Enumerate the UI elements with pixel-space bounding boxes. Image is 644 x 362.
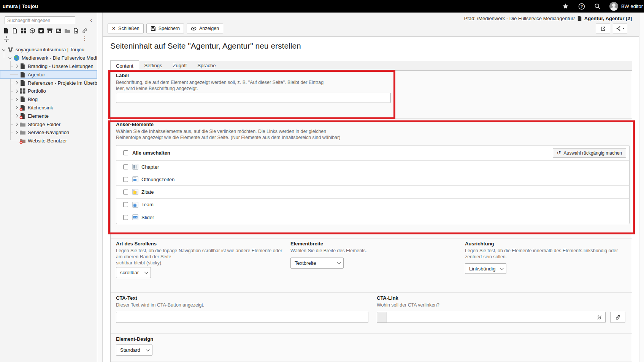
- unlink-icon: [596, 315, 602, 320]
- cta-text-input[interactable]: [116, 312, 368, 323]
- tab-content[interactable]: Content: [110, 60, 139, 71]
- page-arrow-icon[interactable]: [73, 28, 79, 34]
- tree-item-portfolio[interactable]: Portfolio: [0, 87, 97, 95]
- help-button[interactable]: ?: [577, 2, 586, 11]
- tree-item-site[interactable]: Medienwerk - Die Fullservice Mediaag: [0, 54, 97, 62]
- chevron-down-icon: [500, 266, 503, 270]
- page-hidden-icon: [19, 113, 26, 119]
- slider-element-icon: [132, 214, 138, 220]
- cta-link-input[interactable]: [387, 312, 606, 323]
- link-icon[interactable]: [82, 28, 88, 34]
- breadcrumb: Pfad: /Medienwerk - Die Fullservice Medi…: [464, 16, 632, 21]
- save-button[interactable]: Speichern: [146, 24, 184, 33]
- tree-item-elemente[interactable]: Elemente: [0, 112, 97, 120]
- external-link-icon: [600, 26, 606, 32]
- anchor-checkbox[interactable]: [123, 202, 128, 207]
- bookmark-button[interactable]: [562, 2, 570, 11]
- toggle-all-label: Alle umschalten: [132, 150, 170, 156]
- help-icon: ?: [578, 3, 585, 10]
- alignment-select[interactable]: Linksbündig: [465, 263, 506, 274]
- tree-item-storage-folder[interactable]: Storage Folder: [0, 120, 97, 128]
- alignment-desc: Legen Sie fest, ob die Elemente innerhal…: [465, 248, 618, 260]
- chevron-down-icon[interactable]: [8, 55, 13, 61]
- save-icon: [151, 26, 156, 31]
- module-content: Pfad: /Medienwerk - Die Fullservice Medi…: [103, 13, 644, 362]
- document-icon[interactable]: [12, 28, 18, 34]
- unlink-button[interactable]: [593, 312, 605, 322]
- tree-item-blog[interactable]: Blog: [0, 95, 97, 104]
- anchor-checkbox[interactable]: [123, 190, 128, 194]
- anchor-checkbox[interactable]: [123, 164, 128, 169]
- anchor-checkbox[interactable]: [123, 215, 128, 220]
- cta-link-title: CTA-Link: [377, 295, 398, 301]
- collapse-sidebar-icon[interactable]: ‹: [90, 17, 92, 24]
- search-button[interactable]: [593, 2, 602, 11]
- design-title: Element-Design: [116, 336, 153, 342]
- site-brand: umura | Toujou: [3, 3, 38, 9]
- label-input[interactable]: [116, 93, 391, 103]
- tree-search-row: ‹: [5, 16, 93, 24]
- tree-item-service-navigation[interactable]: Service-Navigation: [0, 128, 97, 137]
- folder-icon[interactable]: [64, 28, 70, 34]
- dots-menu-icon[interactable]: ⋮: [82, 35, 87, 41]
- anchor-row-chapter: Chapter: [116, 161, 629, 173]
- storefront-icon[interactable]: [47, 28, 53, 34]
- alignment-title: Ausrichtung: [465, 241, 494, 247]
- chevron-down-icon: [146, 348, 149, 351]
- tree-item-branding[interactable]: Branding - Unsere Leistungen: [0, 62, 97, 71]
- tab-settings[interactable]: Settings: [139, 60, 168, 70]
- vertical-scrollbar[interactable]: [639, 13, 644, 362]
- scrolling-select[interactable]: scrollbar: [116, 267, 151, 278]
- tab-zugriff[interactable]: Zugriff: [168, 60, 192, 70]
- tree-content-splitter[interactable]: [98, 13, 103, 362]
- split-view-icon[interactable]: [3, 36, 10, 42]
- chevron-right-icon[interactable]: [14, 122, 19, 127]
- tree-item-website-benutzer[interactable]: Website-Benutzer: [0, 137, 97, 145]
- element-width-select[interactable]: Textbreite: [290, 258, 344, 269]
- tree-item-agentur[interactable]: Agentur: [0, 70, 97, 79]
- close-icon: ✕: [112, 26, 116, 31]
- search-icon: [594, 3, 601, 9]
- page-hidden-icon: [19, 104, 26, 111]
- page-icon: [19, 96, 26, 103]
- chevron-down-icon[interactable]: [2, 47, 7, 52]
- cta-text-desc: Dieser Text wird im CTA-Button angezeigt…: [116, 302, 204, 308]
- chevron-right-icon[interactable]: [14, 80, 19, 85]
- user-menu[interactable]: BW editor: [609, 2, 643, 11]
- chevron-right-icon[interactable]: [14, 63, 19, 69]
- anchor-checkbox[interactable]: [123, 177, 128, 182]
- chevron-down-icon: [337, 261, 341, 264]
- section-divider: [111, 239, 632, 239]
- design-select[interactable]: Standard: [116, 345, 152, 356]
- undo-selection-button[interactable]: ↺ Auswahl rückgängig machen: [553, 148, 626, 158]
- view-button[interactable]: Anzeigen: [187, 24, 223, 33]
- share-button[interactable]: [613, 24, 627, 33]
- anchor-row-zitate: Zitate: [116, 186, 629, 198]
- tab-sprache[interactable]: Sprache: [192, 60, 221, 70]
- grid-icon[interactable]: [21, 28, 27, 34]
- chevron-right-icon[interactable]: [14, 89, 19, 94]
- star-badge-icon[interactable]: [38, 28, 44, 34]
- tree-search-input[interactable]: [5, 16, 75, 24]
- toggle-all-checkbox[interactable]: [123, 150, 128, 155]
- card-icon[interactable]: [56, 28, 62, 34]
- cta-link-desc: Wohin soll der CTA verlinken?: [377, 302, 439, 308]
- folder-icon: [19, 121, 26, 128]
- page-icon[interactable]: [3, 28, 9, 34]
- chevron-right-icon[interactable]: [14, 130, 19, 135]
- grid-icon: [19, 88, 26, 94]
- tree-item-kitchensink[interactable]: Kitchensink: [0, 104, 97, 112]
- tree-item-referenzen[interactable]: Referenzen - Projekte im Überblic: [0, 79, 97, 87]
- chevron-right-icon[interactable]: [14, 97, 19, 102]
- close-button[interactable]: ✕ Schließen: [108, 24, 144, 33]
- tree-item-root[interactable]: soyagunsarufutsumura | Toujou: [0, 46, 97, 54]
- chevron-right-icon[interactable]: [14, 105, 19, 110]
- cube-icon[interactable]: [29, 28, 35, 34]
- chevron-right-icon[interactable]: [14, 113, 19, 119]
- openinghours-element-icon: [132, 176, 138, 182]
- scrolling-title: Art des Scrollens: [116, 241, 157, 247]
- link-browser-button[interactable]: [610, 312, 625, 323]
- open-in-new-window-button[interactable]: [596, 24, 610, 33]
- star-icon: [562, 3, 569, 9]
- anchor-element-list: Alle umschalten ↺ Auswahl rückgängig mac…: [116, 145, 630, 224]
